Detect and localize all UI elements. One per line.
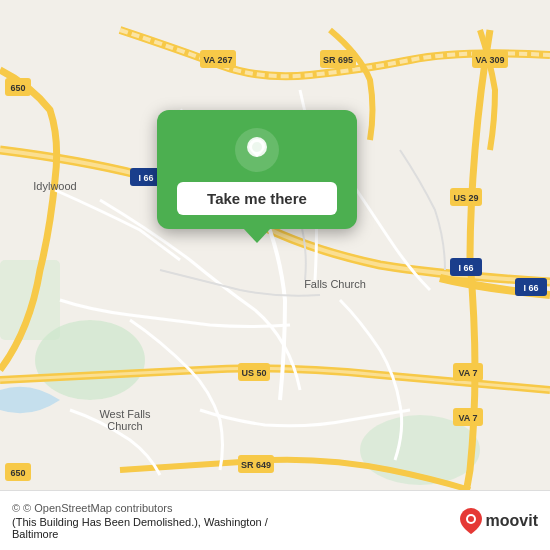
- svg-text:Church: Church: [107, 420, 142, 432]
- svg-text:US 50: US 50: [241, 368, 266, 378]
- svg-text:I 66: I 66: [523, 283, 538, 293]
- svg-text:Falls Church: Falls Church: [304, 278, 366, 290]
- svg-text:US 29: US 29: [453, 193, 478, 203]
- moovit-logo: moovit: [460, 508, 538, 534]
- svg-text:SR 695: SR 695: [323, 55, 353, 65]
- svg-point-38: [468, 516, 474, 522]
- moovit-pin-icon: [460, 508, 482, 534]
- map-container: VA 267 SR 695 VA 309 650 I 66 US 29 I 66…: [0, 0, 550, 550]
- svg-text:VA 7: VA 7: [458, 368, 477, 378]
- osm-credit: © © OpenStreetMap contributors: [12, 502, 302, 514]
- svg-text:650: 650: [10, 468, 25, 478]
- location-pin-icon: [235, 128, 279, 172]
- svg-text:West Falls: West Falls: [99, 408, 151, 420]
- location-popup: Take me there: [157, 110, 357, 229]
- moovit-text: moovit: [486, 512, 538, 530]
- svg-text:I 66: I 66: [458, 263, 473, 273]
- copyright-symbol: ©: [12, 502, 20, 514]
- take-me-there-button[interactable]: Take me there: [177, 182, 337, 215]
- bottom-bar: © © OpenStreetMap contributors (This Bui…: [0, 490, 550, 550]
- svg-text:VA 309: VA 309: [475, 55, 504, 65]
- svg-text:Idylwood: Idylwood: [33, 180, 76, 192]
- osm-credit-text[interactable]: © OpenStreetMap contributors: [23, 502, 172, 514]
- svg-text:650: 650: [10, 83, 25, 93]
- map-roads: VA 267 SR 695 VA 309 650 I 66 US 29 I 66…: [0, 0, 550, 550]
- location-name: (This Building Has Been Demolished.), Wa…: [12, 516, 302, 540]
- svg-text:I 66: I 66: [138, 173, 153, 183]
- svg-text:VA 267: VA 267: [203, 55, 232, 65]
- svg-text:VA 7: VA 7: [458, 413, 477, 423]
- svg-text:SR 649: SR 649: [241, 460, 271, 470]
